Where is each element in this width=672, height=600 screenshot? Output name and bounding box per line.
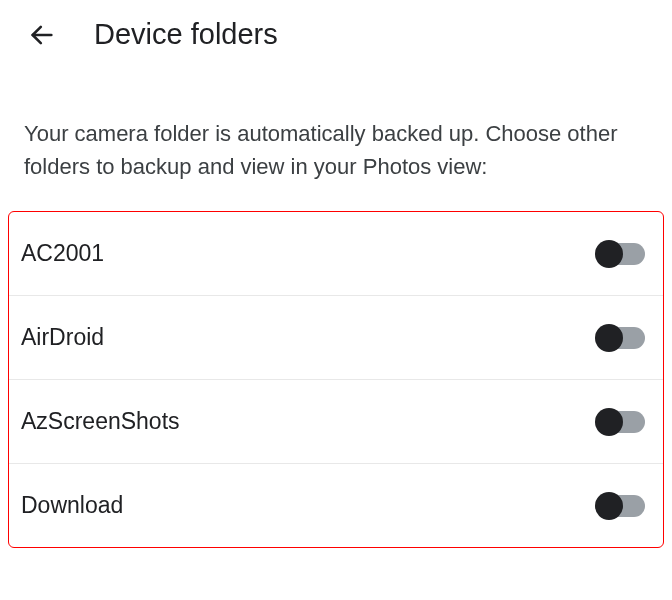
folder-list: AC2001 AirDroid AzScreenShots Download [8,211,664,548]
list-item[interactable]: AirDroid [9,296,663,380]
toggle-knob [595,324,623,352]
arrow-left-icon [28,21,56,49]
description-text: Your camera folder is automatically back… [0,69,672,211]
folder-label: AzScreenShots [21,408,180,435]
toggle-switch[interactable] [597,411,645,433]
folder-label: AC2001 [21,240,104,267]
back-button[interactable] [28,21,56,49]
toggle-knob [595,408,623,436]
toggle-switch[interactable] [597,327,645,349]
list-item[interactable]: Download [9,464,663,547]
toggle-knob [595,492,623,520]
list-item[interactable]: AzScreenShots [9,380,663,464]
folder-label: Download [21,492,123,519]
header: Device folders [0,0,672,69]
list-item[interactable]: AC2001 [9,212,663,296]
folder-label: AirDroid [21,324,104,351]
page-title: Device folders [94,18,278,51]
toggle-switch[interactable] [597,243,645,265]
toggle-switch[interactable] [597,495,645,517]
toggle-knob [595,240,623,268]
